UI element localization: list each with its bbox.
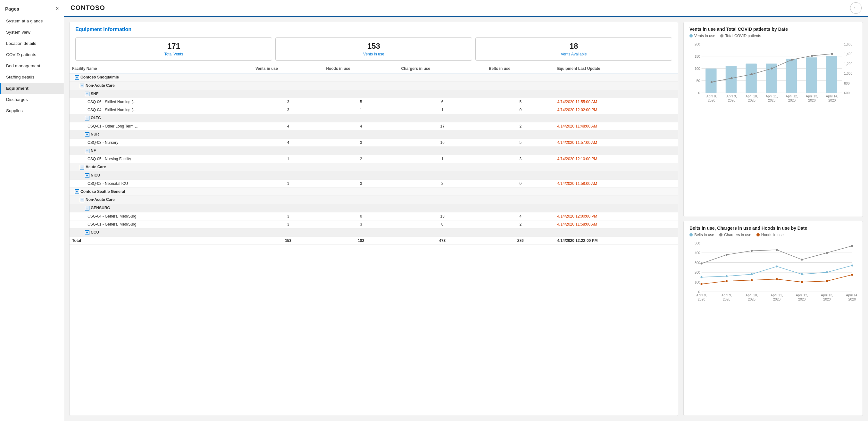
chart1-card: Vents in use and Total COVID patients by… (683, 22, 863, 217)
legend-label: Chargers in use (724, 233, 751, 237)
col-header: Belts in use (486, 64, 555, 73)
svg-text:April 14,: April 14, (846, 293, 857, 297)
legend-item: Vents in use (689, 34, 715, 38)
svg-text:April 9,: April 9, (726, 95, 737, 98)
sidebar-nav: System at a glanceSystem viewLocation de… (0, 15, 64, 116)
svg-text:50: 50 (696, 79, 700, 83)
table-container[interactable]: Facility NameVents in useHoods in useCha… (69, 64, 678, 416)
svg-text:800: 800 (844, 82, 850, 85)
stat-box: 153Vents in use (275, 37, 472, 61)
svg-text:April 9,: April 9, (721, 293, 732, 297)
back-button[interactable]: ← (850, 2, 862, 14)
col-header: Facility Name (69, 64, 253, 73)
expand-icon[interactable]: − (85, 173, 89, 178)
bar (786, 59, 797, 93)
legend-dot (689, 34, 693, 37)
legend-item: Chargers in use (719, 233, 751, 237)
table-row: CSQ-02 - Neonatal ICU13204/14/2020 11:58… (69, 180, 678, 188)
covid-point (811, 55, 813, 57)
table-row: −Non-Acute Care (69, 82, 678, 90)
line-point (776, 265, 778, 267)
line-point (851, 264, 853, 266)
table-row: −Acute Care (69, 163, 678, 171)
svg-text:April 10,: April 10, (746, 293, 758, 297)
expand-icon[interactable]: − (85, 206, 89, 210)
expand-icon[interactable]: − (80, 165, 84, 169)
stat-label: Vents in use (279, 52, 469, 56)
line-point (700, 262, 702, 264)
sidebar-item-system-at-glance[interactable]: System at a glance (0, 15, 64, 27)
svg-text:April 13,: April 13, (821, 293, 833, 297)
expand-icon[interactable]: − (80, 198, 84, 202)
svg-text:1,600: 1,600 (844, 43, 852, 46)
equipment-table: Facility NameVents in useHoods in useCha… (69, 64, 678, 245)
line-point (801, 281, 803, 283)
expand-icon[interactable]: − (85, 116, 89, 121)
svg-text:2020: 2020 (748, 99, 755, 102)
expand-icon[interactable]: − (85, 132, 89, 137)
legend-label: Hoods in use (761, 233, 784, 237)
svg-text:100: 100 (694, 281, 700, 284)
covid-point (731, 77, 733, 79)
svg-text:400: 400 (694, 251, 700, 255)
sidebar-item-bed-management[interactable]: Bed management (0, 60, 64, 71)
equipment-title: Equipment Information (75, 27, 131, 32)
legend-label: Total COVID patients (725, 34, 761, 38)
legend-item: Total COVID patients (720, 34, 761, 38)
line-point (751, 250, 753, 252)
covid-point (751, 73, 753, 75)
chart2-area: 5004003002001000April 8,2020April 9,2020… (689, 240, 857, 307)
sidebar-item-discharges[interactable]: Discharges (0, 94, 64, 105)
bar (706, 69, 716, 93)
covid-point (791, 59, 793, 61)
col-header: Vents in use (253, 64, 323, 73)
sidebar-item-staffing-details[interactable]: Staffing details (0, 71, 64, 83)
content-area: Equipment Information 171Total Vents153V… (64, 17, 868, 421)
svg-text:600: 600 (844, 91, 850, 95)
sidebar-item-supplies[interactable]: Supplies (0, 105, 64, 116)
bar (826, 56, 837, 93)
bar (726, 66, 737, 93)
chart1-title: Vents in use and Total COVID patients by… (689, 27, 857, 32)
line-point (776, 278, 778, 280)
sidebar: Pages × System at a glanceSystem viewLoc… (0, 0, 64, 421)
svg-text:200: 200 (694, 271, 700, 274)
table-row: −GENSURG (69, 204, 678, 213)
svg-text:200: 200 (694, 43, 700, 46)
svg-text:500: 500 (694, 241, 700, 245)
sidebar-close-button[interactable]: × (56, 6, 59, 11)
svg-text:April 13,: April 13, (806, 95, 818, 98)
sidebar-item-location-details[interactable]: Location details (0, 38, 64, 49)
sidebar-item-equipment[interactable]: Equipment (0, 83, 64, 94)
table-row: −CCU (69, 228, 678, 237)
chart1-legend: Vents in useTotal COVID patients (689, 34, 857, 38)
expand-icon[interactable]: − (85, 92, 89, 96)
expand-icon[interactable]: − (85, 230, 89, 235)
svg-text:2020: 2020 (808, 99, 816, 102)
chart1-area: 2001501005001,6001,4001,2001,000800600Ap… (689, 41, 857, 108)
svg-text:April 11,: April 11, (766, 95, 778, 98)
legend-label: Belts in use (694, 233, 714, 237)
line-point (700, 283, 702, 285)
col-header: Chargers in use (398, 64, 486, 73)
svg-text:April 10,: April 10, (746, 95, 758, 98)
sidebar-item-system-view[interactable]: System view (0, 27, 64, 38)
svg-text:2020: 2020 (828, 99, 836, 102)
expand-icon[interactable]: − (75, 189, 79, 194)
svg-text:April 11,: April 11, (771, 293, 783, 297)
svg-text:2020: 2020 (768, 99, 775, 102)
sidebar-item-covid-patients[interactable]: COVID patients (0, 49, 64, 60)
legend-dot (720, 34, 723, 37)
covid-point (771, 68, 773, 69)
table-row: CSQ-04 - Skilled Nursing (…31104/14/2020… (69, 106, 678, 114)
expand-icon[interactable]: − (75, 75, 79, 80)
sidebar-header: Pages × (0, 0, 64, 15)
stats-row: 171Total Vents153Vents in use18Vents Ava… (69, 35, 678, 64)
expand-icon[interactable]: − (85, 149, 89, 153)
svg-text:2020: 2020 (723, 298, 730, 301)
line-path (702, 246, 852, 264)
expand-icon[interactable]: − (80, 84, 84, 88)
topbar: CONTOSO ← (64, 0, 868, 17)
legend-dot (756, 233, 760, 236)
svg-text:2020: 2020 (728, 99, 735, 102)
